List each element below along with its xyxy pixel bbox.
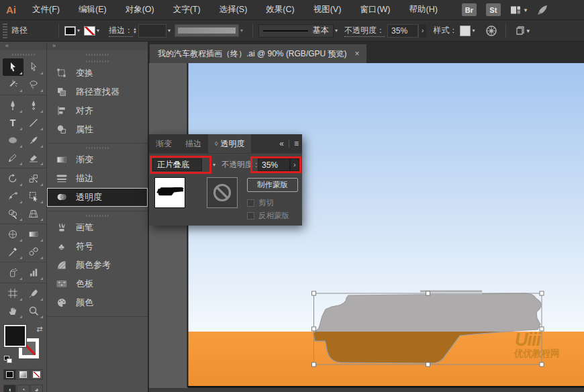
lasso-tool[interactable] (23, 76, 44, 93)
eyedropper-tool[interactable] (3, 243, 23, 260)
default-fill-stroke-icon[interactable] (4, 356, 13, 364)
style-dropdown-icon[interactable]: ▾ (472, 28, 475, 34)
artboard-tool[interactable] (3, 285, 23, 302)
object-thumbnail[interactable] (154, 177, 185, 208)
opacity-expander[interactable]: › (418, 24, 426, 38)
dock-grip[interactable] (86, 52, 109, 57)
menu-item[interactable]: 选择(S) (210, 0, 257, 20)
panel-menu-icon[interactable]: ≡ (291, 134, 302, 153)
fill-color-swatch[interactable] (64, 26, 76, 36)
pencil-tool[interactable] (3, 149, 23, 166)
dock-group-grip[interactable] (86, 145, 109, 150)
perspective-grid-tool[interactable] (23, 205, 44, 222)
toolbar-collapse-icon[interactable]: « (0, 42, 46, 50)
document-tab[interactable]: 我的汽车教程插画（终）.ai @ 90% (RGB/GPU 预览) × (149, 44, 367, 63)
draw-normal-button[interactable]: ◖ (3, 385, 16, 392)
dock-item-transparency[interactable]: 透明度 (47, 188, 148, 207)
stroke-weight-stepper[interactable]: ▲▼ (133, 28, 137, 34)
dock-item-symbols[interactable]: ♣符号 (47, 237, 148, 256)
ellipse-tool[interactable] (3, 132, 23, 149)
brush-definition-dropdown-icon[interactable]: ▾ (335, 28, 338, 34)
blend-tool[interactable] (23, 243, 44, 260)
control-bar-grip[interactable] (3, 23, 7, 38)
toolbar-grip[interactable] (12, 52, 35, 57)
stroke-weight-value[interactable] (138, 24, 166, 38)
column-graph-tool[interactable] (23, 264, 44, 281)
menu-item[interactable]: 帮助(H) (400, 0, 447, 20)
swap-fill-stroke-icon[interactable]: ⇄ (36, 325, 42, 334)
dock-item-color-guide[interactable]: 颜色参考 (47, 256, 148, 275)
shape-builder-tool[interactable] (3, 205, 23, 222)
canvas[interactable]: Uiii 优优教程网 (149, 63, 584, 392)
opacity-label[interactable]: 不透明度： (344, 25, 385, 37)
slice-tool[interactable] (23, 285, 44, 302)
menu-item[interactable]: 窗口(W) (350, 0, 399, 20)
bridge-button[interactable]: Br (462, 3, 477, 16)
invert-mask-checkbox[interactable] (247, 212, 254, 219)
stroke-weight-dropdown-icon[interactable]: ▾ (168, 28, 171, 34)
tab-close-icon[interactable]: × (355, 49, 360, 58)
collapse-panel-icon[interactable]: « (276, 134, 287, 153)
stroke-weight-label[interactable]: 描边： (109, 25, 133, 37)
mask-thumbnail-well[interactable] (207, 177, 238, 208)
mesh-tool[interactable] (3, 226, 23, 243)
brush-definition-dropdown[interactable]: 基本 (258, 24, 334, 38)
panel-opacity-field[interactable]: 35% (258, 158, 290, 171)
dock-item-swatches[interactable]: 色板 (47, 275, 148, 293)
menu-item[interactable]: 文字(T) (164, 0, 210, 20)
draw-behind-button[interactable]: ◔ (17, 385, 30, 392)
menu-item[interactable]: 编辑(E) (69, 0, 116, 20)
opacity-value-field[interactable]: 35% (387, 24, 418, 38)
make-mask-button[interactable]: 制作蒙版 (247, 178, 298, 192)
panel-opacity-expander[interactable]: › (290, 158, 299, 171)
magic-wand-tool[interactable] (3, 76, 23, 93)
type-tool[interactable]: T (3, 114, 23, 132)
dock-item-pathfinder[interactable]: 路径查找器 (47, 83, 148, 101)
selection-tool[interactable] (3, 58, 23, 76)
share-rocket-icon[interactable] (536, 4, 548, 16)
blend-mode-dropdown[interactable]: 正片叠底 (152, 158, 202, 171)
dock-item-stroke[interactable]: 描边 (47, 169, 148, 188)
dock-item-brushes[interactable]: 画笔 (47, 218, 148, 237)
stock-button[interactable]: St (486, 3, 501, 16)
menu-item[interactable]: 文件(F) (23, 0, 69, 20)
width-profile-dropdown[interactable] (175, 24, 239, 37)
gradient-mode-button[interactable] (17, 369, 30, 380)
menu-item[interactable]: 视图(V) (304, 0, 351, 20)
width-profile-dropdown-icon[interactable]: ▾ (240, 28, 243, 34)
panel-tab-inactive[interactable]: 描边 (179, 134, 208, 153)
none-mode-button[interactable] (30, 369, 43, 380)
pen-tool[interactable] (3, 97, 23, 114)
hand-tool[interactable] (3, 302, 23, 320)
clip-checkbox[interactable] (247, 199, 254, 207)
pasteboard[interactable] (149, 63, 188, 388)
workspace-switcher[interactable]: ▾ (510, 5, 528, 15)
dock-expand-icon[interactable]: » (47, 42, 148, 50)
curvature-tool[interactable] (23, 97, 44, 114)
dock-item-color[interactable]: 颜色 (47, 293, 148, 312)
style-swatch[interactable] (460, 26, 471, 36)
draw-inside-button[interactable]: ◕ (30, 385, 43, 392)
eraser-tool[interactable] (23, 149, 44, 166)
dock-item-align[interactable]: 对齐 (47, 101, 148, 120)
paintbrush-tool[interactable] (23, 132, 44, 149)
fill-dropdown-icon[interactable]: ▾ (77, 28, 80, 34)
scale-tool[interactable] (23, 170, 44, 187)
fill-indicator-black[interactable] (4, 325, 26, 347)
menu-item[interactable]: 效果(C) (256, 0, 303, 20)
document-setup-wheel-icon[interactable] (485, 25, 497, 37)
blend-mode-dropdown-icon[interactable]: ▾ (213, 162, 215, 168)
dock-group-grip[interactable] (86, 58, 109, 64)
puppet-warp-tool[interactable] (3, 187, 23, 205)
symbol-sprayer-tool[interactable] (3, 264, 23, 281)
stroke-dropdown-icon[interactable]: ▾ (97, 28, 99, 34)
dock-group-grip[interactable] (86, 213, 109, 218)
arrange-documents-icon[interactable]: ▾ (514, 25, 530, 37)
line-segment-tool[interactable] (23, 114, 44, 132)
zoom-tool[interactable] (23, 302, 44, 320)
gradient-tool[interactable] (23, 226, 44, 243)
dock-item-gradient[interactable]: 渐变 (47, 150, 148, 169)
menu-item[interactable]: 对象(O) (116, 0, 164, 20)
panel-tab-inactive[interactable]: 渐变 (149, 134, 179, 153)
stroke-color-swatch[interactable] (84, 26, 95, 36)
